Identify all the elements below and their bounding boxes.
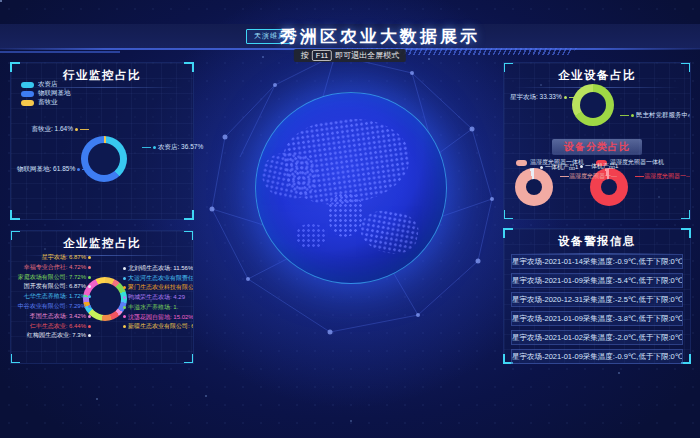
label-dot [540, 166, 543, 169]
chart-label: 温湿度光照器一— [560, 173, 617, 180]
legend-swatch [516, 160, 527, 166]
label-dot [123, 325, 126, 328]
chart-label: 聚门生态农业科技有限公 [121, 284, 194, 291]
legend-item[interactable]: 畜牧业 [21, 98, 71, 107]
label-dot [75, 128, 78, 131]
chart-label: 国开发有限公司: 6.87% [15, 283, 93, 290]
label-dot [564, 96, 567, 99]
chart-label: 红梅园生态农业: 7.3% [15, 332, 93, 339]
legend-swatch [21, 100, 34, 106]
panel-equipment-ratio: 企业设备占比 星宇农场: 33.33% 民主村党群服务中心: 设备分类占比 温湿… [503, 62, 691, 220]
label-dot [123, 286, 126, 289]
chart-label: 鸭城荣生态农场: 4.29 [121, 294, 185, 301]
chart-label: 农资店: 36.57% [142, 143, 203, 151]
legend-label: 物联网基地 [38, 89, 71, 98]
label-dot [123, 296, 126, 299]
fullscreen-tip: 按 F11 即可退出全屏模式 [294, 49, 406, 62]
label-dot [153, 146, 156, 149]
category-donut-chart-1[interactable] [515, 168, 553, 206]
panel-title: 企业设备占比 [504, 63, 690, 83]
chart-label: 新疆生态农业有限公司: 6.87% [121, 323, 194, 330]
globe-shade [256, 93, 446, 283]
alarm-list: 星宇农场-2021-01-14采集温度:-0.9℃,低于下限:0℃星宇农场-20… [504, 250, 690, 364]
alarm-row: 星宇农场-2020-12-31采集温度:-2.5℃,低于下限:0℃ [511, 292, 683, 307]
chart-label: 北刘锦生态农场: 11.56% [121, 265, 193, 272]
label-dot [88, 295, 91, 298]
legend-swatch [21, 82, 34, 88]
chart-label: 家庭农场有限公司: 7.72% [15, 274, 93, 281]
label-dot [88, 276, 91, 279]
label-dot [88, 285, 91, 288]
subpanel-title: 设备分类占比 [552, 139, 642, 155]
label-dot [88, 315, 91, 318]
label-dot [580, 165, 583, 168]
chart-label: 中谷农业有限公司: 7.29% [15, 303, 93, 310]
chart-label: 星宇农场: 33.33% [510, 93, 566, 101]
chart-label: 一体机产品1 [578, 163, 618, 170]
chart-label: 一体机产品1 [538, 164, 578, 171]
chart-label: 丰溢水产养殖场: 1. [121, 304, 178, 311]
label-dot [123, 315, 126, 318]
legend-label: 畜牧业 [38, 98, 58, 107]
alarm-row: 星宇农场-2021-01-09采集温度:-0.9℃,低于下限:0℃ [511, 349, 683, 364]
panel-title: 设备警报信息 [504, 229, 690, 249]
chart-label: 幸福专业合作社: 4.72% [15, 264, 93, 271]
chart-label: 七华生态养殖场: 1.72% [15, 293, 93, 300]
page-title: 秀洲区农业大数据展示 [60, 24, 700, 49]
chart-label: 温湿度光照器一— [635, 173, 691, 180]
legend-item[interactable]: 物联网基地 [21, 89, 71, 98]
alarm-row: 星宇农场-2021-01-02采集温度:-2.0℃,低于下限:0℃ [511, 330, 683, 345]
equipment-donut-chart[interactable] [572, 84, 614, 126]
label-dot [88, 266, 91, 269]
industry-donut-chart[interactable] [81, 136, 127, 182]
label-dot [123, 267, 126, 270]
alarm-row: 星宇农场-2021-01-14采集温度:-0.9℃,低于下限:0℃ [511, 254, 683, 269]
legend-item[interactable]: 农资店 [21, 80, 71, 89]
label-dot [631, 114, 634, 117]
chart-label: 物联网基地: 61.85% [17, 165, 81, 173]
chart-label: 仁丰生态农业: 6.44% [15, 323, 93, 330]
dashboard: 天演维真 秀洲区农业大数据展示 按 F11 即可退出全屏模式 行业监控占比 农资… [0, 0, 700, 438]
panel-industry-monitor: 行业监控占比 农资店物联网基地畜牧业 畜牧业: 1.64% 农资店: 36.57… [10, 62, 194, 220]
f11-key: F11 [312, 50, 332, 61]
chart-label: 沈荡花园自留地: 15.02% [121, 314, 194, 321]
chart-label: 畜牧业: 1.64% [23, 125, 89, 133]
label-dot [77, 168, 80, 171]
globe [255, 92, 447, 284]
legend-label: 农资店 [38, 80, 58, 89]
chart-label: 李国生态农场: 3.42% [15, 313, 93, 320]
chart-legend: 农资店物联网基地畜牧业 [21, 80, 71, 107]
alarm-row: 星宇农场-2021-01-09采集温度:-5.4℃,低于下限:0℃ [511, 273, 683, 288]
chart-label: 民主村党群服务中心: [620, 111, 691, 119]
panel-enterprise-monitor: 企业监控占比 星宇农场: 6.87%幸福专业合作社: 4.72%家庭农场有限公司… [10, 230, 194, 364]
tip-suffix: 即可退出全屏模式 [335, 50, 399, 61]
label-dot [88, 256, 91, 259]
label-dot [123, 277, 126, 280]
label-dot [88, 334, 91, 337]
tip-prefix: 按 [301, 50, 309, 61]
chart-label: 星宇农场: 6.87% [15, 254, 93, 261]
panel-device-alarms: 设备警报信息 星宇农场-2021-01-14采集温度:-0.9℃,低于下限:0℃… [503, 228, 691, 364]
label-dot [88, 305, 91, 308]
panel-title: 企业监控占比 [11, 231, 193, 251]
legend-swatch [21, 91, 34, 97]
label-dot [123, 306, 126, 309]
label-dot [88, 325, 91, 328]
chart-label: 大运河生态农业有限责任公 [121, 275, 194, 282]
alarm-row: 星宇农场-2021-01-09采集温度:-3.8℃,低于下限:0℃ [511, 311, 683, 326]
